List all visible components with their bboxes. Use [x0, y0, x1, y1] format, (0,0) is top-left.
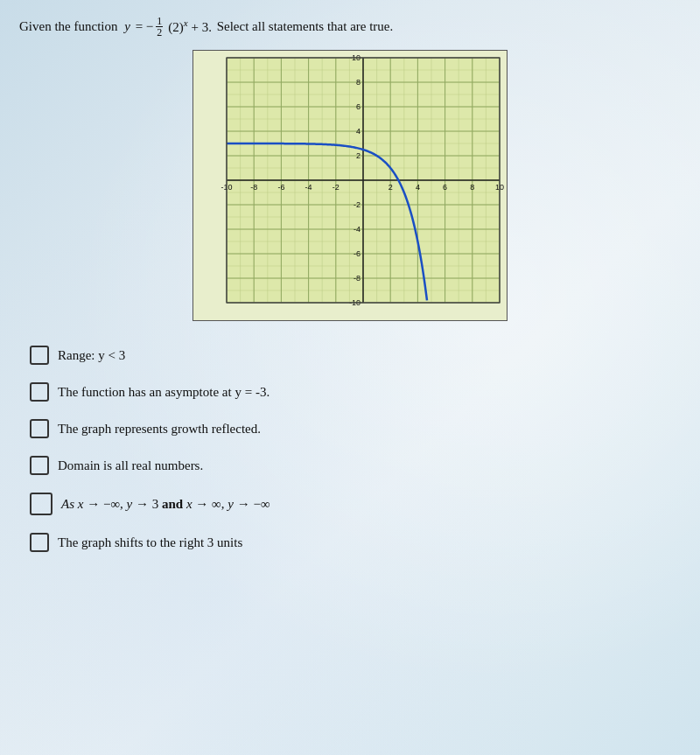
- graph-wrapper: [19, 50, 681, 321]
- base-exp: (2)x + 3.: [165, 16, 212, 38]
- choice-asymptote-label: The function has an asymptote at y = -3.: [58, 383, 270, 402]
- choice-limits-label: As x → −∞, y → 3 and x → ∞, y → −∞: [61, 495, 270, 514]
- choice-shift[interactable]: The graph shifts to the right 3 units: [26, 524, 674, 561]
- choice-growth-label: The graph represents growth reflected.: [58, 420, 261, 438]
- choice-domain[interactable]: Domain is all real numbers.: [26, 447, 674, 484]
- checkbox-range[interactable]: [30, 346, 49, 365]
- choices-container: Range: y < 3 The function has an asympto…: [19, 337, 681, 561]
- checkbox-shift[interactable]: [30, 533, 49, 552]
- fraction: 1 2: [156, 16, 163, 38]
- page-container: Given the function y = − 1 2 (2)x + 3. S…: [0, 0, 700, 577]
- problem-suffix: Select all statements that are true.: [214, 17, 393, 37]
- choice-growth[interactable]: The graph represents growth reflected.: [26, 410, 674, 447]
- graph-canvas: [193, 51, 508, 322]
- choice-range[interactable]: Range: y < 3: [26, 337, 674, 374]
- choice-shift-label: The graph shifts to the right 3 units: [58, 534, 242, 552]
- choice-range-label: Range: y < 3: [58, 346, 125, 365]
- problem-header: Given the function y = − 1 2 (2)x + 3. S…: [19, 16, 681, 38]
- checkbox-growth[interactable]: [30, 419, 49, 438]
- choice-asymptote[interactable]: The function has an asymptote at y = -3.: [26, 374, 674, 410]
- function-variable: y: [124, 17, 130, 37]
- problem-prefix: Given the function: [19, 17, 117, 37]
- checkbox-asymptote[interactable]: [30, 382, 49, 402]
- choice-limits[interactable]: As x → −∞, y → 3 and x → ∞, y → −∞: [26, 484, 674, 524]
- checkbox-limits[interactable]: [30, 493, 52, 515]
- choice-domain-label: Domain is all real numbers.: [58, 457, 203, 475]
- equals-sign: = −: [132, 17, 153, 37]
- checkbox-domain[interactable]: [30, 456, 49, 475]
- graph-container: [192, 50, 508, 321]
